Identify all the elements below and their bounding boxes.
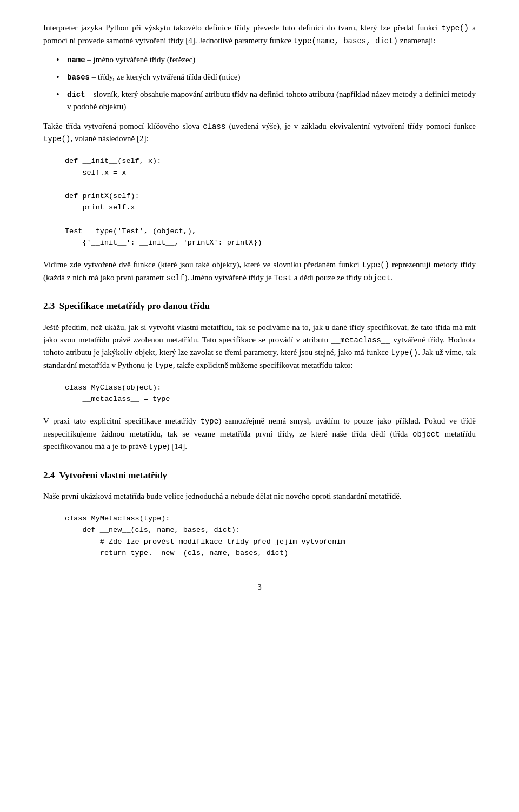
parameter-list: name – jméno vytvářené třídy (řetězec) b… — [54, 54, 476, 113]
paragraph2: Takže třída vytvořená pomocí klíčového s… — [43, 120, 476, 146]
code-block-2: class MyClass(object): __metaclass__ = t… — [65, 382, 476, 405]
para5-code: type — [201, 417, 219, 426]
paragraph5: V praxi tato explicitní specifikace meta… — [43, 415, 476, 453]
intro-text: Interpreter jazyka Python při výskytu ta… — [43, 23, 442, 32]
intro-end: znamenají: — [398, 36, 436, 45]
para3-code4: object — [363, 274, 390, 282]
para5-code2: object — [412, 430, 440, 439]
para4-end: , takže explicitně můžeme specifikovat m… — [173, 361, 353, 369]
param-name-bold: name — [67, 56, 85, 64]
page-content: Interpreter jazyka Python při výskytu ta… — [43, 22, 476, 593]
para3-start: Vidíme zde vytvořené dvě funkce (které j… — [43, 260, 362, 269]
paragraph6: Naše první ukázková metatřída bude velic… — [43, 490, 476, 503]
page-number: 3 — [43, 581, 476, 593]
section-24-heading: 2.4 Vytvoření vlastní metatřídy — [43, 468, 476, 483]
list-item-dict: dict – slovník, který obsahuje mapování … — [54, 88, 476, 114]
param-bases-bold: bases — [67, 73, 90, 82]
section-23-heading: 2.3 Specifikace metatřídy pro danou tříd… — [43, 299, 476, 313]
section-24-title: Vytvoření vlastní metatřídy — [59, 470, 167, 480]
para3-code: type() — [362, 261, 389, 269]
para2-code: class — [203, 122, 225, 131]
section-23-title: Specifikace metatřídy pro danou třídu — [59, 301, 210, 311]
para6-text: Naše první ukázková metatřída bude velic… — [43, 492, 402, 500]
intro-code1: type() — [442, 24, 469, 32]
list-item-name: name – jméno vytvářené třídy (řetězec) — [54, 54, 476, 67]
para5-start: V praxi tato explicitní specifikace meta… — [43, 417, 201, 425]
para4-code2: type() — [391, 348, 418, 357]
para2-code2: type() — [43, 135, 70, 143]
para3-end2: . — [391, 273, 393, 282]
code-block-3: class MyMetaclass(type): def __new__(cls… — [65, 513, 476, 559]
code-block-1: def __init__(self, x): self.x = x def pr… — [65, 155, 476, 249]
intro-code2: type(name, bases, dict) — [294, 37, 398, 45]
param-name-text: – jméno vytvářené třídy (řetězec) — [85, 55, 196, 64]
para3-code2: self — [167, 274, 185, 282]
para3-code3: Test — [274, 274, 292, 282]
para2-end: , volané následovně [2]: — [70, 134, 148, 143]
section-24-number: 2.4 — [43, 470, 55, 480]
section-23-number: 2.3 — [43, 301, 55, 311]
paragraph4: Ještě předtím, než ukážu, jak si vytvoři… — [43, 321, 476, 372]
para3-mid2: ). Jméno vytvářené třídy je — [184, 273, 274, 282]
list-item-bases: bases – třídy, ze kterých vytvářená tříd… — [54, 71, 476, 84]
para3-end: a dědí pouze ze třídy — [292, 273, 363, 282]
param-dict-text: – slovník, který obsahuje mapování atrib… — [67, 90, 476, 111]
para5-code3: type — [149, 443, 167, 451]
para2-start: Takže třída vytvořená pomocí klíčového s… — [43, 122, 203, 130]
param-dict-bold: dict — [67, 90, 85, 99]
para4-code1: __metaclass__ — [331, 336, 390, 345]
para2-mid: (uvedená výše), je v základu ekvivalentn… — [225, 122, 476, 130]
para5-end: ) [14]. — [167, 442, 188, 451]
para4-code3: type — [155, 361, 173, 370]
intro-paragraph: Interpreter jazyka Python při výskytu ta… — [43, 22, 476, 47]
param-bases-text: – třídy, ze kterých vytvářená třída dědí… — [90, 72, 241, 81]
paragraph3: Vidíme zde vytvořené dvě funkce (které j… — [43, 259, 476, 284]
